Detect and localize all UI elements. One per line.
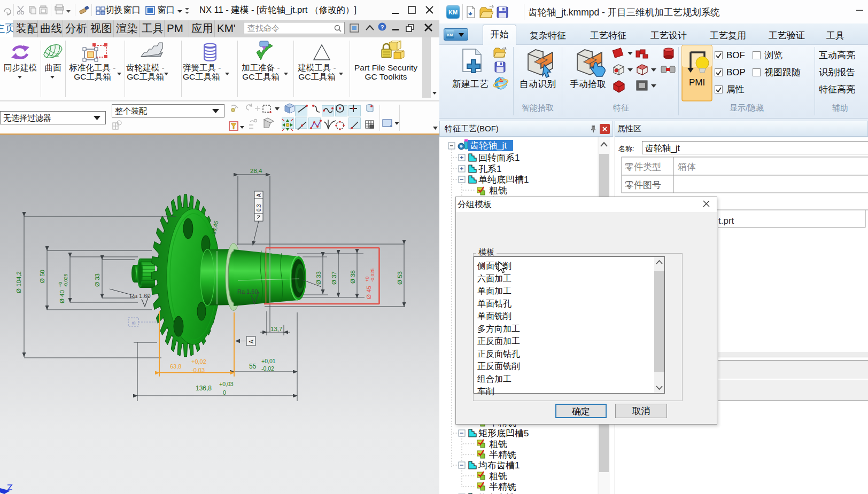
- svg-text:136,8: 136,8: [196, 385, 212, 392]
- svg-text:均布齿槽1: 均布齿槽1: [478, 460, 520, 471]
- svg-text:箱体: 箱体: [678, 162, 696, 172]
- svg-text:单纯底凹槽1: 单纯底凹槽1: [478, 175, 529, 185]
- svg-text:+0: +0: [58, 282, 63, 287]
- svg-text:13,7: 13,7: [270, 326, 282, 332]
- svg-text:半精铣: 半精铣: [489, 482, 516, 492]
- svg-text:-0,025: -0,025: [63, 273, 68, 287]
- svg-text:回转面系1: 回转面系1: [478, 153, 520, 163]
- svg-text:Ø 37: Ø 37: [331, 271, 337, 285]
- svg-text:-0,02: -0,02: [261, 365, 274, 372]
- svg-text:A: A: [256, 193, 262, 197]
- svg-text:KM: KM: [447, 33, 453, 37]
- svg-text:+0: +0: [365, 277, 370, 282]
- svg-text:粗铣: 粗铣: [489, 439, 507, 449]
- svg-text:Ø 104,2: Ø 104,2: [15, 271, 22, 293]
- svg-text:0.3: 0.3: [256, 204, 262, 211]
- svg-text:63,8: 63,8: [170, 363, 181, 370]
- svg-text:?: ?: [381, 24, 384, 30]
- svg-text:Ø 40: Ø 40: [59, 290, 65, 303]
- svg-text:-0,025: -0,025: [370, 268, 375, 282]
- svg-text:Ø 53: Ø 53: [397, 271, 403, 285]
- svg-text:齿轮轴_jt: 齿轮轴_jt: [470, 140, 507, 151]
- svg-text:矩形底凹槽5: 矩形底凹槽5: [478, 428, 529, 438]
- svg-text:PMI: PMI: [689, 77, 705, 88]
- svg-text:孔系1: 孔系1: [478, 164, 501, 174]
- svg-text:Ra 1.60: Ra 1.60: [237, 288, 258, 295]
- svg-text:+0,02: +0,02: [191, 358, 206, 365]
- svg-text:A: A: [249, 340, 254, 343]
- svg-text:28,4: 28,4: [250, 168, 262, 174]
- svg-text:-0,03: -0,03: [191, 367, 205, 373]
- svg-text:Ø 33: Ø 33: [315, 271, 322, 285]
- svg-text:零件类型: 零件类型: [625, 162, 661, 172]
- svg-text:t.prt: t.prt: [718, 216, 734, 226]
- svg-text:粗铣: 粗铣: [489, 471, 507, 481]
- svg-text:KM: KM: [448, 9, 458, 15]
- svg-text:+0,01: +0,01: [261, 358, 276, 364]
- svg-text:55: 55: [249, 363, 257, 370]
- svg-text:Ø 50: Ø 50: [39, 270, 45, 283]
- svg-text:Ra 1.60: Ra 1.60: [130, 293, 151, 299]
- svg-text:零件图号: 零件图号: [625, 180, 661, 190]
- svg-text:Ø 33: Ø 33: [94, 273, 100, 287]
- svg-text:0: 0: [223, 389, 226, 396]
- svg-text:B: B: [130, 322, 136, 325]
- svg-text:+0,03: +0,03: [219, 381, 234, 387]
- svg-text:粗铣: 粗铣: [489, 185, 507, 195]
- svg-text:Ø 38: Ø 38: [350, 270, 356, 284]
- svg-text:Ø 45: Ø 45: [366, 286, 372, 299]
- svg-text:齿轮轴_jt.kmmpd - 开目三维机加工艺规划系统: 齿轮轴_jt.kmmpd - 开目三维机加工艺规划系统: [528, 7, 720, 18]
- svg-text:半精铣: 半精铣: [489, 450, 516, 460]
